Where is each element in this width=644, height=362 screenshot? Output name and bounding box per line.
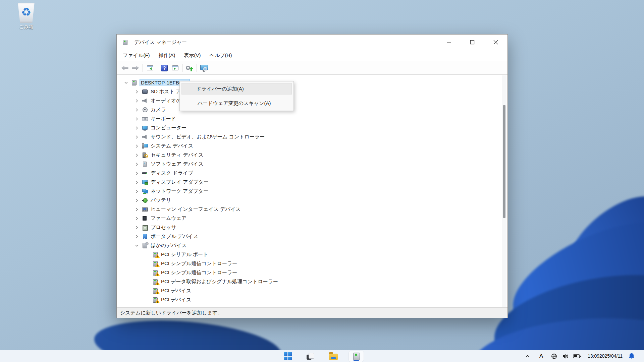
tree-item-label: サウンド、ビデオ、およびゲーム コントローラー [151, 134, 265, 140]
properties-icon [172, 65, 178, 70]
start-button[interactable] [280, 351, 295, 362]
tree-item-sd-host[interactable]: SD ホスト アダプター [117, 87, 507, 96]
back-button[interactable] [119, 63, 130, 73]
tree-item-audio[interactable]: オーディオの入力および出力 [117, 96, 507, 105]
tray-overflow-button[interactable] [525, 354, 530, 359]
chevron-right-icon[interactable] [134, 162, 140, 167]
tree-item-network-adapters[interactable]: ネットワーク アダプター [117, 187, 507, 196]
add-drivers-button[interactable] [184, 63, 195, 73]
chevron-right-icon[interactable] [134, 207, 140, 212]
chevron-right-icon[interactable] [134, 89, 140, 95]
tree-item-pci-device[interactable]: PCI デバイス [117, 286, 507, 295]
menu-view[interactable]: 表示(V) [180, 51, 205, 60]
portable-device-icon [142, 234, 148, 239]
tree-item-camera[interactable]: カメラ [117, 105, 507, 114]
help-icon [161, 65, 168, 71]
maximize-button[interactable] [461, 35, 484, 50]
chevron-right-icon[interactable] [134, 153, 140, 158]
chevron-right-icon[interactable] [134, 107, 140, 113]
tree-item-label: PCI シンプル通信コントローラー [161, 260, 237, 267]
chevron-right-icon[interactable] [134, 171, 140, 176]
file-explorer-button[interactable] [326, 351, 341, 362]
tree-item-system-devices[interactable]: システム デバイス [117, 141, 507, 150]
chevron-right-icon[interactable] [134, 143, 140, 149]
chevron-right-icon[interactable] [134, 198, 140, 203]
tree-item-disk-drives[interactable]: ディスク ドライブ [117, 169, 507, 178]
task-view-button[interactable] [303, 351, 318, 362]
tree-item-portable-devices[interactable]: ポータブル デバイス [117, 232, 507, 241]
warning-triangle-icon [155, 290, 160, 294]
toolbar-separator [182, 64, 182, 72]
camera-icon [142, 107, 148, 113]
desktop: ごみ箱 デバイス マネージャー ファイル(F) 操作(A) 表示(V) [0, 0, 644, 362]
chevron-right-icon[interactable] [134, 98, 140, 104]
title-bar[interactable]: デバイス マネージャー [117, 35, 507, 50]
menu-help[interactable]: ヘルプ(H) [205, 51, 236, 60]
context-menu-item-scan-hardware-changes[interactable]: ハードウェア変更のスキャン(A) [181, 98, 292, 109]
tree-item-pci-device[interactable]: PCI デバイス [117, 295, 507, 304]
software-devices-icon [142, 161, 148, 167]
window-title: デバイス マネージャー [134, 39, 187, 46]
volume-button[interactable] [562, 353, 569, 359]
chevron-right-icon[interactable] [134, 189, 140, 194]
close-button[interactable] [484, 35, 507, 50]
system-tray: A [525, 350, 635, 362]
menu-action[interactable]: 操作(A) [154, 51, 180, 60]
tree-item-keyboard[interactable]: キーボード [117, 114, 507, 123]
chevron-right-icon[interactable] [134, 180, 140, 185]
task-view-icon [307, 352, 315, 360]
chevron-right-icon[interactable] [134, 125, 140, 131]
tree-item-other-devices[interactable]: ほかのデバイス [117, 241, 507, 250]
context-menu-item-label: ハードウェア変更のスキャン(A) [198, 100, 271, 107]
tree-item-pci-simple-comm[interactable]: PCI シンプル通信コントローラー [117, 268, 507, 277]
hid-icon [142, 206, 148, 212]
tree-item-display-adapters[interactable]: ディスプレイ アダプター [117, 178, 507, 187]
warning-triangle-icon [155, 272, 160, 276]
keyboard-icon [142, 116, 148, 122]
show-hide-console-tree-button[interactable] [145, 63, 155, 73]
chevron-right-icon[interactable] [134, 225, 140, 230]
notifications-button[interactable] [628, 353, 635, 360]
tree-item-pci-serial-port[interactable]: PCI シリアル ポート [117, 250, 507, 259]
console-tree-icon [147, 65, 153, 70]
help-button[interactable] [159, 63, 170, 73]
tree-item-label: ポータブル デバイス [151, 233, 198, 240]
tree-item-pci-data-acquisition[interactable]: PCI データ取得およびシグナル処理コントローラー [117, 277, 507, 286]
menu-file[interactable]: ファイル(F) [118, 51, 154, 60]
device-manager-icon [352, 352, 361, 360]
scrollbar-thumb[interactable] [503, 105, 505, 218]
tree-item-software-devices[interactable]: ソフトウェア デバイス [117, 160, 507, 169]
tree-item-processors[interactable]: プロセッサ [117, 223, 507, 232]
forward-button[interactable] [130, 63, 141, 73]
clock[interactable]: 13:09 2025/04/11 [588, 353, 623, 359]
battery-button[interactable] [573, 354, 581, 359]
minimize-button[interactable] [437, 35, 461, 50]
tree-item-hid[interactable]: ヒューマン インターフェイス デバイス [117, 205, 507, 214]
unknown-device-warning-icon [152, 270, 158, 276]
tree-item-firmware[interactable]: ファームウェア [117, 214, 507, 223]
tree-item-pci-simple-comm[interactable]: PCI シンプル通信コントローラー [117, 259, 507, 268]
tree-item-computer[interactable]: コンピューター [117, 123, 507, 132]
tree-item-computer-root[interactable]: DESKTOP-1EFB0G5 [117, 78, 507, 87]
notification-bell-icon [628, 353, 635, 360]
device-manager-taskbar-button[interactable] [349, 351, 364, 362]
chevron-right-icon[interactable] [134, 116, 140, 122]
context-menu-item-add-drivers[interactable]: ドライバーの追加(A) [181, 83, 292, 95]
ime-mode-button[interactable]: A [539, 353, 543, 360]
network-status-button[interactable] [551, 353, 557, 360]
tree-item-batteries[interactable]: バッテリ [117, 196, 507, 205]
chevron-right-icon[interactable] [134, 216, 140, 221]
recycle-bin[interactable]: ごみ箱 [13, 3, 40, 30]
chevron-right-icon[interactable] [134, 134, 140, 140]
chevron-right-icon[interactable] [134, 234, 140, 239]
scan-hardware-changes-button[interactable] [199, 63, 209, 73]
computer-icon [131, 80, 137, 85]
tree-item-security-devices[interactable]: セキュリティ デバイス [117, 150, 507, 160]
tree-item-sound[interactable]: サウンド、ビデオ、およびゲーム コントローラー [117, 132, 507, 141]
chevron-down-icon[interactable] [123, 80, 129, 85]
properties-button[interactable] [170, 63, 180, 73]
chevron-down-icon[interactable] [134, 243, 140, 248]
vertical-scrollbar[interactable] [502, 75, 506, 307]
firmware-icon [142, 216, 148, 221]
close-icon [493, 40, 498, 45]
